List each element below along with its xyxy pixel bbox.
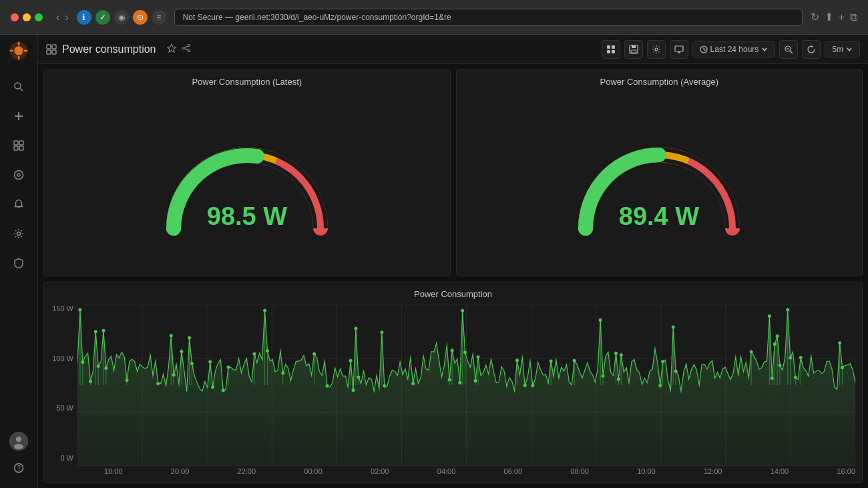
- browser-extension-icons: ℹ ✓ ◉ ⊙ ≡: [77, 10, 166, 25]
- svg-point-6: [15, 83, 21, 89]
- share-icon[interactable]: [182, 43, 191, 55]
- address-bar[interactable]: Not Secure — geerli.net:3030/d/i_aeo-uMz…: [174, 9, 803, 26]
- svg-rect-23: [47, 45, 51, 49]
- svg-rect-24: [52, 45, 56, 49]
- topbar: Power consumption: [38, 35, 868, 64]
- svg-rect-12: [14, 146, 18, 150]
- svg-rect-10: [14, 141, 18, 145]
- refresh-interval-label: 5m: [832, 45, 843, 54]
- page-title: Power consumption: [62, 43, 156, 55]
- settings-button[interactable]: [647, 40, 666, 59]
- tv-mode-button[interactable]: [670, 40, 688, 59]
- gauge-average-container: 89.4 W: [463, 87, 856, 276]
- sidebar-bottom: ?: [5, 432, 32, 483]
- svg-point-28: [188, 45, 190, 47]
- x-label-08: 08:00: [570, 467, 589, 475]
- back-button[interactable]: ‹: [56, 11, 59, 23]
- y-axis: 150 W 100 W 50 W 0 W: [51, 304, 77, 475]
- gauge-latest-panel: Power Consumption (Latest): [43, 69, 451, 276]
- y-label-0: 0 W: [60, 454, 73, 462]
- svg-text:?: ?: [17, 465, 21, 472]
- y-label-100: 100 W: [52, 354, 73, 362]
- app: ? Power consumption: [0, 35, 868, 488]
- chart-area: 150 W 100 W 50 W 0 W 18:00 20:00 22:00: [51, 304, 855, 475]
- clock-icon: [700, 45, 708, 53]
- dashboard: Power Consumption (Latest): [38, 64, 868, 488]
- svg-line-31: [184, 46, 188, 48]
- svg-point-40: [655, 48, 658, 51]
- svg-point-19: [16, 437, 21, 442]
- time-range-picker[interactable]: Last 24 hours: [692, 41, 776, 57]
- chart-canvas-area: [77, 304, 855, 466]
- browser-actions: ↻ ⬆ + ⧉: [811, 11, 857, 23]
- gauge-row: Power Consumption (Latest): [43, 69, 863, 276]
- svg-rect-33: [607, 45, 610, 49]
- y-label-150: 150 W: [52, 304, 73, 312]
- svg-rect-39: [631, 50, 636, 53]
- x-label-20: 20:00: [171, 467, 190, 475]
- share-button[interactable]: ⬆: [825, 11, 833, 23]
- gauge-latest-svg: 98.5 W: [154, 108, 341, 255]
- ext-icon-4: ⊙: [133, 10, 148, 25]
- gauge-average-svg: 89.4 W: [566, 108, 752, 255]
- maximize-button[interactable]: [35, 13, 43, 21]
- refresh-button[interactable]: [802, 40, 821, 59]
- tab-switcher-button[interactable]: ⧉: [850, 11, 857, 23]
- sidebar-item-shield[interactable]: [5, 250, 32, 276]
- grafana-logo[interactable]: [8, 40, 29, 61]
- svg-rect-38: [632, 45, 636, 48]
- refresh-interval-picker[interactable]: 5m: [825, 41, 860, 57]
- gauge-latest-title: Power Consumption (Latest): [192, 77, 302, 87]
- svg-rect-11: [19, 141, 23, 145]
- svg-rect-25: [47, 50, 51, 54]
- sidebar-item-settings[interactable]: [5, 220, 32, 247]
- svg-rect-36: [612, 50, 615, 53]
- sidebar-item-dashboards[interactable]: [5, 132, 32, 159]
- svg-line-46: [704, 49, 706, 51]
- svg-line-48: [790, 51, 793, 53]
- reload-button[interactable]: ↻: [811, 11, 819, 23]
- svg-marker-27: [167, 44, 175, 52]
- close-button[interactable]: [11, 13, 19, 21]
- x-label-06: 06:00: [504, 467, 523, 475]
- svg-point-1: [14, 46, 23, 55]
- sidebar-item-add[interactable]: [5, 103, 32, 130]
- x-label-22: 22:00: [238, 467, 256, 475]
- chevron-down-icon: [761, 46, 768, 53]
- sidebar-item-help[interactable]: ?: [5, 455, 32, 481]
- panel-layout-button[interactable]: [602, 40, 620, 59]
- svg-rect-26: [52, 50, 56, 54]
- ext-icon-3: ◉: [114, 10, 129, 25]
- user-avatar[interactable]: [9, 432, 28, 451]
- ext-icon-5: ≡: [152, 10, 166, 25]
- chart-title: Power Consumption: [51, 289, 855, 299]
- sidebar-item-search[interactable]: [5, 73, 32, 100]
- x-label-04: 04:00: [437, 467, 456, 475]
- main-content: Power consumption: [38, 35, 868, 488]
- sidebar-item-explore[interactable]: [5, 162, 32, 188]
- x-label-02: 02:00: [371, 467, 389, 475]
- gauge-latest-container: 98.5 W: [51, 87, 443, 276]
- svg-rect-35: [607, 50, 610, 53]
- x-axis: 18:00 20:00 22:00 00:00 02:00 04:00 06:0…: [77, 467, 855, 475]
- save-button[interactable]: [624, 40, 643, 59]
- gauge-average-panel: Power Consumption (Average): [456, 69, 863, 276]
- new-tab-button[interactable]: +: [839, 11, 845, 23]
- sidebar-item-alerts[interactable]: [5, 191, 32, 218]
- topbar-actions: Last 24 hours: [602, 40, 860, 59]
- svg-point-14: [15, 171, 23, 180]
- svg-point-17: [17, 232, 21, 236]
- svg-point-15: [17, 174, 20, 176]
- sidebar: ?: [0, 35, 38, 488]
- svg-rect-41: [675, 46, 683, 51]
- y-label-50: 50 W: [56, 404, 73, 412]
- ext-icon-2: ✓: [95, 10, 110, 25]
- minimize-button[interactable]: [23, 13, 31, 21]
- star-icon[interactable]: [167, 43, 176, 55]
- svg-point-20: [14, 444, 23, 449]
- svg-rect-34: [612, 45, 615, 49]
- zoom-out-button[interactable]: [779, 40, 798, 59]
- forward-button[interactable]: ›: [65, 11, 68, 23]
- svg-line-7: [20, 88, 23, 91]
- refresh-chevron-icon: [846, 46, 853, 53]
